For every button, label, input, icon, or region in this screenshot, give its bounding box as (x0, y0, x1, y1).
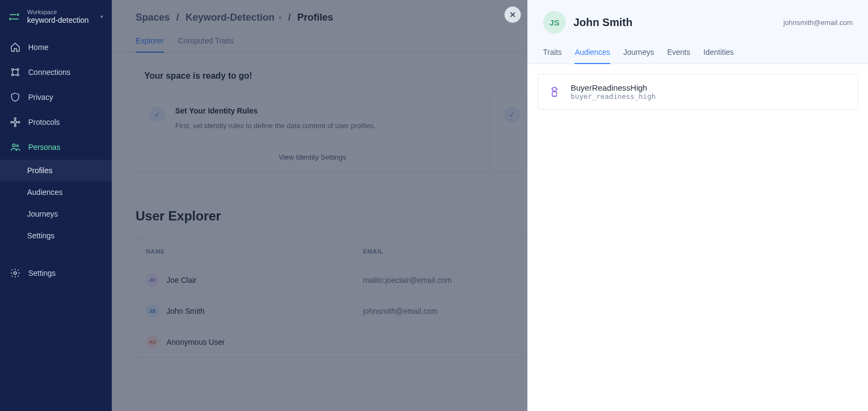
dtab-identities[interactable]: Identities (704, 48, 734, 64)
svg-point-4 (11, 74, 13, 75)
subnav-profiles[interactable]: Profiles (0, 160, 112, 181)
workspace-name: keyword-detection (27, 16, 89, 25)
svg-point-11 (12, 144, 15, 147)
protocols-icon (10, 117, 21, 128)
nav-privacy[interactable]: Privacy (0, 85, 112, 110)
subnav-settings-label: Settings (27, 231, 55, 240)
shield-icon (10, 92, 21, 103)
svg-rect-14 (553, 87, 556, 91)
personas-subnav: Profiles Audiences Journeys Settings (0, 160, 112, 246)
chevron-down-icon: ▾ (100, 14, 103, 20)
svg-point-7 (11, 121, 12, 123)
audience-icon (548, 85, 561, 98)
connections-icon (10, 67, 21, 78)
svg-point-5 (17, 74, 18, 75)
audience-card[interactable]: BuyerReadinessHigh buyer_readiness_high (538, 74, 858, 110)
nav-home-label: Home (28, 43, 48, 52)
workspace-switcher[interactable]: Workspace keyword-detection ▾ (0, 5, 112, 35)
profile-drawer: JS John Smith johnsmith@email.com Traits… (527, 0, 868, 411)
svg-point-13 (14, 271, 17, 274)
subnav-settings[interactable]: Settings (0, 225, 112, 246)
nav-settings[interactable]: Settings (0, 261, 112, 286)
gear-icon (10, 268, 21, 279)
close-drawer-button[interactable] (505, 7, 521, 23)
svg-point-8 (18, 121, 20, 123)
audience-slug: buyer_readiness_high (571, 92, 656, 100)
dtab-audiences[interactable]: Audiences (575, 48, 610, 64)
svg-point-10 (14, 125, 16, 127)
svg-point-0 (17, 14, 18, 15)
svg-point-6 (14, 121, 17, 123)
segment-logo-icon (8, 10, 21, 23)
nav-personas-label: Personas (28, 143, 60, 151)
dtab-traits[interactable]: Traits (543, 48, 561, 64)
dtab-events[interactable]: Events (667, 48, 691, 64)
sidebar: Workspace keyword-detection ▾ Home Conne… (0, 0, 112, 411)
svg-point-3 (17, 68, 18, 70)
nav-settings-label: Settings (28, 269, 56, 277)
svg-rect-15 (552, 92, 557, 96)
svg-point-9 (14, 118, 16, 119)
nav-protocols[interactable]: Protocols (0, 110, 112, 135)
nav-personas[interactable]: Personas (0, 135, 112, 160)
subnav-profiles-label: Profiles (27, 166, 53, 175)
nav-protocols-label: Protocols (28, 118, 60, 127)
close-icon (509, 11, 516, 18)
home-icon (10, 42, 21, 53)
nav-privacy-label: Privacy (28, 93, 53, 102)
drawer-profile-name: John Smith (573, 16, 633, 29)
subnav-audiences-label: Audiences (27, 188, 62, 197)
svg-point-2 (11, 68, 13, 70)
drawer-tabs: Traits Audiences Journeys Events Identit… (543, 48, 853, 64)
subnav-journeys[interactable]: Journeys (0, 203, 112, 225)
personas-icon (10, 142, 21, 153)
drawer-profile-email: johnsmith@email.com (783, 18, 853, 27)
nav-home[interactable]: Home (0, 35, 112, 60)
svg-point-1 (10, 18, 11, 20)
workspace-label: Workspace (27, 9, 89, 16)
avatar: JS (543, 11, 566, 34)
dtab-journeys[interactable]: Journeys (623, 48, 654, 64)
audience-name: BuyerReadinessHigh (571, 83, 656, 92)
subnav-audiences[interactable]: Audiences (0, 181, 112, 203)
nav-connections-label: Connections (28, 68, 71, 77)
svg-point-12 (17, 145, 18, 147)
subnav-journeys-label: Journeys (27, 210, 58, 218)
nav-connections[interactable]: Connections (0, 60, 112, 85)
